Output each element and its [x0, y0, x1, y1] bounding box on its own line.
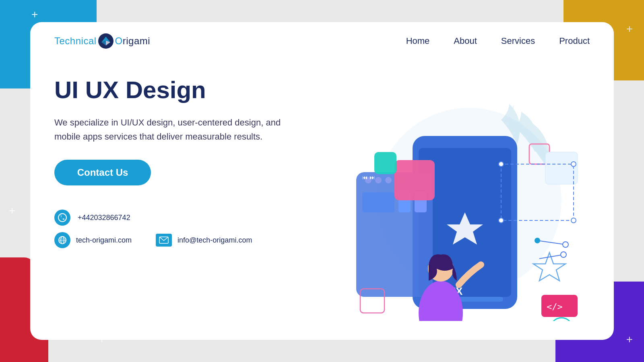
mail-icon	[156, 234, 172, 247]
left-section: UI UX Design We specialize in UI/UX desi…	[54, 65, 316, 328]
main-card: Technical Origami Home About Services Pr…	[30, 22, 614, 340]
svg-point-40	[550, 318, 573, 321]
svg-rect-19	[362, 192, 394, 212]
plus-icon-br: +	[626, 334, 633, 345]
svg-rect-28	[374, 152, 396, 174]
main-content: UI UX Design We specialize in UI/UX desi…	[30, 57, 614, 340]
logo-text-origami: Origami	[115, 35, 151, 47]
svg-point-45	[561, 252, 566, 257]
contact-row-inline: tech-origami.com info@tech-origami.com	[54, 232, 316, 248]
contact-item-website: tech-origami.com	[54, 232, 132, 248]
plus-icon-mr: +	[627, 253, 634, 265]
nav-link-product[interactable]: Product	[559, 36, 590, 46]
contact-item-email: info@tech-origami.com	[156, 234, 252, 247]
svg-point-35	[571, 218, 576, 223]
svg-rect-27	[394, 160, 435, 200]
nav-link-services[interactable]: Services	[501, 36, 535, 46]
svg-rect-30	[545, 152, 578, 184]
svg-point-24	[385, 177, 392, 183]
plus-icon-tl: +	[31, 9, 38, 20]
email-address: info@tech-origami.com	[178, 236, 252, 245]
hero-illustration: UI/UX ⏮ ⏭	[316, 72, 590, 321]
hero-title: UI UX Design	[54, 77, 316, 103]
nav-link-home[interactable]: Home	[406, 36, 430, 46]
website-url: tech-origami.com	[76, 236, 132, 245]
contact-us-button[interactable]: Contact Us	[54, 160, 151, 185]
logo-icon	[98, 33, 114, 49]
svg-point-42	[535, 238, 540, 243]
svg-point-43	[563, 242, 568, 247]
nav-links: Home About Services Product	[406, 36, 590, 46]
logo-text-technical: Technical	[54, 35, 97, 47]
plus-icon-ml: +	[9, 205, 15, 216]
phone-icon	[54, 210, 70, 226]
right-section: UI/UX ⏮ ⏭	[316, 65, 590, 328]
contact-info: +442032866742	[54, 210, 316, 248]
navbar: Technical Origami Home About Services Pr…	[30, 22, 614, 57]
hero-description: We specialize in UI/UX design, user-cent…	[54, 115, 304, 144]
svg-point-34	[499, 218, 504, 223]
plus-icon-tr: +	[626, 23, 633, 35]
svg-point-4	[58, 214, 66, 222]
svg-point-23	[375, 177, 382, 183]
globe-icon	[54, 232, 70, 248]
svg-text:⏮ ⏭: ⏮ ⏭	[362, 174, 375, 181]
svg-point-32	[499, 162, 504, 167]
nav-link-about[interactable]: About	[454, 36, 477, 46]
phone-number: +442032866742	[78, 214, 130, 222]
svg-point-33	[571, 162, 576, 167]
logo: Technical Origami	[54, 33, 406, 49]
svg-text:</>: </>	[547, 302, 563, 312]
contact-row-phone: +442032866742	[54, 210, 316, 226]
